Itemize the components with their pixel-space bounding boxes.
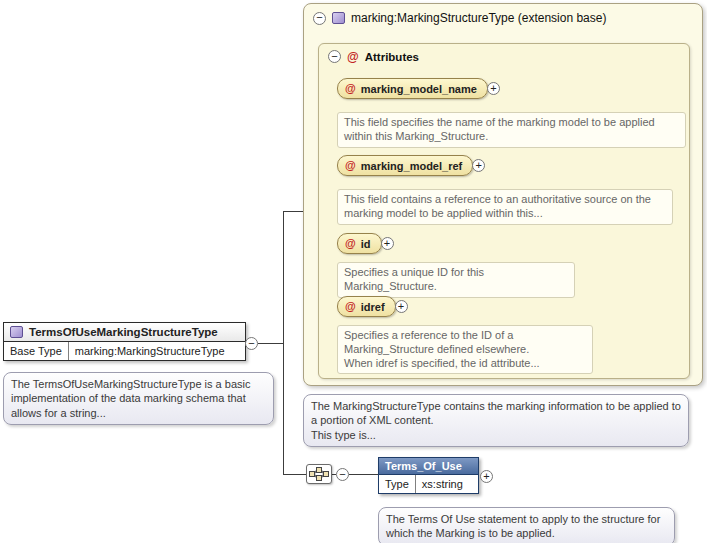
type-box[interactable]: TermsOfUseMarkingStructureType Base Type… — [3, 322, 246, 361]
element-type-value: xs:string — [416, 475, 469, 493]
element-type-label: Type — [379, 475, 416, 493]
complex-type-icon — [332, 12, 345, 24]
attributes-title: Attributes — [365, 51, 419, 63]
extension-base-header: − marking:MarkingStructureType (extensio… — [304, 4, 702, 25]
element-terms-of-use[interactable]: Terms_Of_Use Type xs:string — [378, 457, 479, 494]
complex-type-icon — [10, 326, 23, 338]
attribute-doc: This field contains a reference to an au… — [337, 189, 673, 225]
attribute-id[interactable]: @ id — [337, 233, 382, 254]
collapse-icon[interactable]: − — [245, 337, 258, 350]
expand-icon[interactable]: + — [487, 82, 500, 95]
attribute-row: @ marking_model_ref + — [337, 155, 485, 176]
attribute-icon: @ — [345, 83, 356, 94]
collapse-icon[interactable]: − — [313, 12, 326, 25]
attribute-marking-model-ref[interactable]: @ marking_model_ref — [337, 155, 473, 176]
collapse-icon[interactable]: − — [328, 50, 341, 63]
element-type-row: Type xs:string — [379, 474, 478, 493]
attribute-idref[interactable]: @ idref — [337, 296, 396, 317]
expand-icon[interactable]: + — [381, 237, 394, 250]
attribute-doc: This field specifies the name of the mar… — [337, 112, 686, 148]
collapse-icon[interactable]: − — [336, 468, 349, 481]
documentation-note: The TermsOfUseMarkingStructureType is a … — [3, 372, 274, 425]
attributes-section: − @ Attributes @ marking_model_name + Th… — [318, 43, 690, 379]
attribute-name: id — [361, 238, 371, 250]
sequence-icon[interactable] — [306, 464, 332, 484]
attribute-row: @ marking_model_name + — [337, 78, 500, 99]
attribute-marking-model-name[interactable]: @ marking_model_name — [337, 78, 488, 99]
extension-base-title: marking:MarkingStructureType (extension … — [351, 11, 606, 25]
attribute-doc: Specifies a reference to the ID of a Mar… — [337, 325, 593, 374]
attribute-row: @ id + — [337, 233, 394, 254]
connector-line — [284, 211, 303, 212]
expand-icon[interactable]: + — [480, 470, 493, 483]
documentation-note: The MarkingStructureType contains the ma… — [303, 394, 689, 447]
attribute-row: @ idref + — [337, 296, 408, 317]
sequence-glyph — [309, 467, 329, 481]
schema-diagram: − marking:MarkingStructureType (extensio… — [0, 0, 707, 543]
attribute-icon: @ — [347, 51, 359, 63]
attributes-header: − @ Attributes — [319, 44, 689, 63]
connector-line — [283, 211, 284, 475]
documentation-note: The Terms Of Use statement to apply to t… — [378, 507, 675, 543]
attribute-doc: Specifies a unique ID for this Marking_S… — [337, 262, 575, 298]
base-type-row: Base Type marking:MarkingStructureType — [4, 342, 245, 360]
base-type-value: marking:MarkingStructureType — [69, 342, 231, 360]
attribute-icon: @ — [345, 301, 356, 312]
connector-line — [349, 474, 378, 475]
expand-icon[interactable]: + — [472, 159, 485, 172]
type-title: TermsOfUseMarkingStructureType — [29, 326, 218, 338]
attribute-icon: @ — [345, 238, 356, 249]
attribute-name: marking_model_ref — [361, 160, 462, 172]
attribute-name: marking_model_name — [361, 83, 477, 95]
connector-line — [284, 474, 306, 475]
attribute-icon: @ — [345, 160, 356, 171]
element-name: Terms_Of_Use — [379, 458, 478, 474]
base-type-label: Base Type — [4, 342, 69, 360]
expand-icon[interactable]: + — [395, 300, 408, 313]
type-box-header: TermsOfUseMarkingStructureType — [4, 323, 245, 342]
connector-line — [258, 343, 284, 344]
attribute-name: idref — [361, 301, 385, 313]
extension-base-box: − marking:MarkingStructureType (extensio… — [303, 3, 703, 386]
